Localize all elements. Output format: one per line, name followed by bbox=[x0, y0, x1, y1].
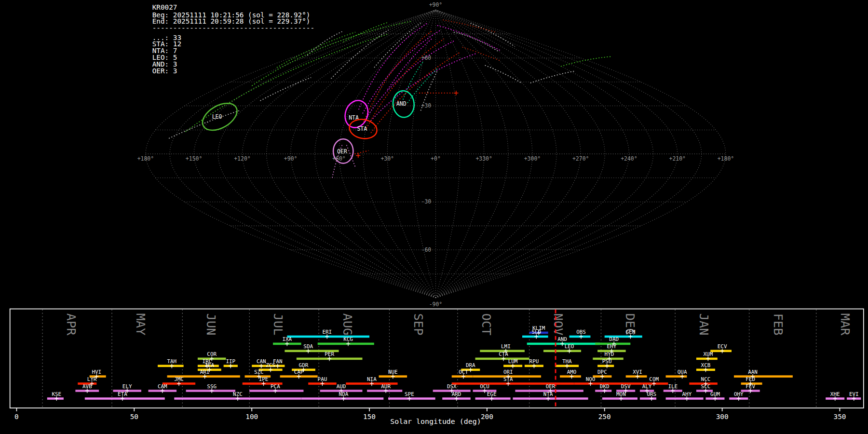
shower-label-ERI: ERI bbox=[322, 329, 332, 335]
month-label-SEP: SEP bbox=[411, 313, 425, 336]
shower-bar-URS bbox=[640, 397, 656, 400]
shower-label-ZCS: ZCS bbox=[266, 362, 275, 368]
shower-label-OCT: OCT bbox=[459, 369, 468, 375]
shower-label-AND: AND bbox=[557, 336, 567, 342]
shower-label-GEM: GEM bbox=[626, 329, 636, 335]
x-tick-label: 150 bbox=[363, 413, 376, 420]
meteor-trail bbox=[260, 78, 312, 101]
longitude-label: +30° bbox=[380, 155, 394, 162]
shower-label-XHE: XHE bbox=[830, 391, 840, 397]
month-label-NOV: NOV bbox=[551, 313, 565, 336]
shower-label-DSX: DSX bbox=[447, 383, 457, 390]
meteor-trail bbox=[374, 22, 422, 68]
shower-counts: ...: 33STA: 12NTA: 7LEO: 5AND: 3OER: 3 bbox=[152, 34, 181, 75]
longitude-label: +60° bbox=[332, 155, 346, 162]
shower-label-AUR: AUR bbox=[381, 383, 391, 390]
shower-label-COR: COR bbox=[207, 351, 217, 357]
shower-label-LUM: LUM bbox=[508, 358, 518, 365]
month-label-MAY: MAY bbox=[134, 313, 148, 336]
x-tick-label: 300 bbox=[716, 413, 729, 420]
shower-label-PSU: PSU bbox=[602, 358, 612, 365]
sky-map-grid bbox=[146, 10, 726, 298]
latitude-label: -30 bbox=[421, 198, 432, 205]
shower-label-SSG: SSG bbox=[207, 383, 217, 390]
shower-bar-AHY bbox=[666, 397, 704, 400]
shower-label-GDR: GDR bbox=[299, 362, 309, 368]
shower-label-AAN: AAN bbox=[748, 369, 758, 375]
longitude-label: +180° bbox=[137, 155, 154, 162]
timeline-panel: APRMAYJUNJULAUGSEPOCTNOVDECJANFEBMAR0501… bbox=[10, 309, 864, 420]
shower-label-AUD: AUD bbox=[337, 383, 346, 390]
meridian-line bbox=[435, 10, 556, 298]
shower-label-EVI: EVI bbox=[849, 391, 859, 397]
station-id: KR0027 bbox=[152, 3, 177, 11]
shower-label-OBS: OBS bbox=[576, 329, 586, 335]
meteor-trail bbox=[530, 71, 576, 83]
shower-label-EGE: EGE bbox=[487, 391, 497, 397]
shower-label-THA: THA bbox=[562, 358, 572, 365]
meteor-trail bbox=[352, 150, 368, 154]
month-label-OCT: OCT bbox=[479, 313, 493, 336]
x-tick-label: 200 bbox=[481, 413, 493, 420]
meteor-trails bbox=[169, 20, 612, 178]
shower-label-OER: OER bbox=[546, 383, 556, 390]
radiant-label-STA: STA bbox=[357, 125, 367, 132]
longitude-label: +210° bbox=[669, 155, 686, 162]
pole-label-north: +90° bbox=[429, 1, 443, 8]
shower-label-ETA: ETA bbox=[118, 391, 127, 397]
shower-label-IEA: IEA bbox=[205, 362, 215, 368]
shower-label-CAP: CAP bbox=[294, 369, 304, 375]
meteor-trail bbox=[331, 30, 388, 79]
shower-label-STA: STA bbox=[503, 376, 513, 382]
x-tick-label: 350 bbox=[834, 413, 846, 420]
shower-label-ILE: ILE bbox=[668, 383, 678, 390]
shower-label-AMO: AMO bbox=[567, 369, 577, 375]
shower-label-SDA: SDA bbox=[303, 343, 313, 350]
meteor-trail bbox=[485, 65, 522, 83]
longitude-label: +240° bbox=[621, 155, 637, 162]
shower-label-XCB: XCB bbox=[701, 362, 711, 368]
month-label-FEB: FEB bbox=[771, 313, 785, 336]
shower-bar-ETA bbox=[85, 397, 165, 400]
shower-label-CAN: CAN bbox=[257, 358, 266, 365]
shower-label-DSV: DSV bbox=[621, 383, 631, 390]
shower-bar-LEO bbox=[543, 350, 581, 353]
x-axis-title: Solar longitude (deg) bbox=[390, 417, 481, 426]
shower-label-OHY: OHY bbox=[734, 391, 744, 397]
shower-label-AHY: AHY bbox=[682, 391, 692, 397]
shower-label-AVB: AVB bbox=[82, 383, 92, 390]
x-tick-label: 250 bbox=[598, 413, 611, 420]
latitude-label: -60 bbox=[421, 246, 432, 253]
longitude-label: +0° bbox=[431, 155, 441, 162]
shower-bar-KCG bbox=[318, 343, 374, 345]
shower-label-JMC: JMC bbox=[174, 376, 184, 382]
shower-label-HYD: HYD bbox=[605, 351, 614, 357]
shower-label-SCC: SCC bbox=[701, 383, 711, 390]
shower-label-MON: MON bbox=[616, 391, 626, 397]
shower-label-DRA: DRA bbox=[466, 362, 475, 368]
sky-map-labels: +90°-90°+180°+150°+120°+90°+60°+30°+0°+3… bbox=[137, 1, 734, 308]
radiant-plot: LEONTASTAANDOER +90°-90°+180°+150°+120°+… bbox=[0, 0, 868, 434]
shower-label-OCU: OCU bbox=[480, 383, 489, 390]
longitude-label: +270° bbox=[572, 155, 589, 162]
shower-label-NUE: NUE bbox=[388, 369, 398, 375]
shower-label-SPE: SPE bbox=[405, 391, 414, 397]
meridian-line bbox=[267, 10, 436, 298]
header-block: KR0027 Beg: 20251111 10:21:56 (sol = 228… bbox=[152, 3, 314, 75]
shower-bar-NTA bbox=[513, 397, 588, 400]
shower-label-NZC: NZC bbox=[233, 391, 243, 397]
longitude-label: +300° bbox=[524, 155, 541, 162]
radiant-label-OER: OER bbox=[337, 148, 347, 155]
meteor-trail bbox=[471, 23, 515, 46]
shower-label-KSE: KSE bbox=[52, 391, 61, 397]
meteor-trail bbox=[454, 32, 499, 52]
month-label-APR: APR bbox=[64, 313, 78, 336]
shower-label-SLD: SLD bbox=[531, 329, 541, 335]
shower-label-PER: PER bbox=[325, 351, 334, 357]
shower-label-DPC: DPC bbox=[597, 369, 607, 375]
shower-label-NCC: NCC bbox=[701, 376, 711, 382]
shower-label-TAH: TAH bbox=[167, 358, 176, 365]
meridian-line bbox=[435, 10, 701, 298]
month-label-JUL: JUL bbox=[271, 313, 285, 336]
month-label-MAR: MAR bbox=[838, 313, 852, 336]
